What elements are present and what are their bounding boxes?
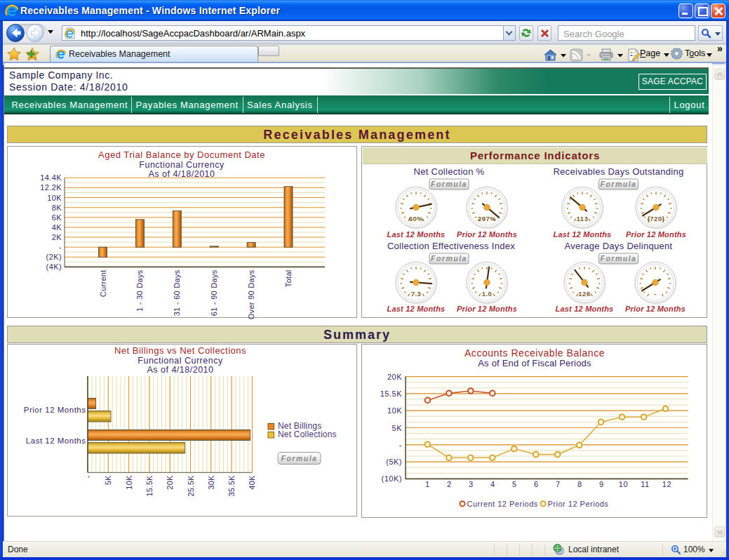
svg-text:(5K): (5K) (386, 458, 402, 466)
svg-text:5: 5 (512, 480, 517, 488)
svg-text:Functional Currency: Functional Currency (139, 160, 225, 170)
svg-text:Last 12 Months: Last 12 Months (556, 305, 614, 313)
svg-text:1 - 30 Days: 1 - 30 Days (135, 269, 144, 312)
svg-text:4: 4 (490, 480, 495, 488)
svg-text:4K: 4K (52, 223, 62, 232)
svg-text:15.5K: 15.5K (380, 389, 402, 398)
svg-text:Collection Effectiveness Index: Collection Effectiveness Index (387, 241, 515, 251)
svg-text:12.2K: 12.2K (40, 183, 62, 192)
svg-text:Net Collection %: Net Collection % (414, 166, 485, 177)
svg-text:Prior 12 Months: Prior 12 Months (625, 305, 685, 313)
svg-text:Prior 12 Months: Prior 12 Months (626, 230, 686, 239)
svg-text:2K: 2K (52, 233, 62, 241)
svg-text:8: 8 (577, 480, 582, 488)
svg-text:Prior 12 Periods: Prior 12 Periods (548, 500, 609, 508)
svg-text:1: 1 (425, 480, 430, 488)
svg-text:Last 12 Months: Last 12 Months (387, 230, 446, 239)
svg-text:113: 113 (577, 215, 589, 222)
svg-text:60%: 60% (409, 215, 424, 222)
svg-text:Current: Current (99, 269, 107, 297)
svg-text:10K: 10K (125, 475, 133, 490)
svg-text:5K: 5K (104, 475, 112, 485)
svg-text:297%: 297% (478, 215, 496, 222)
svg-text:7: 7 (556, 480, 561, 488)
svg-text:35.5K: 35.5K (227, 475, 236, 497)
svg-text:31 - 60 Days: 31 - 60 Days (173, 269, 181, 316)
svg-text:(720): (720) (648, 215, 665, 222)
svg-text:Last 12 Months: Last 12 Months (26, 436, 86, 445)
svg-text:20K: 20K (387, 373, 402, 381)
svg-text:40K: 40K (248, 475, 256, 490)
svg-text:10K: 10K (47, 194, 62, 202)
svg-text:(2K): (2K) (46, 253, 62, 261)
svg-text:Last 12 Months: Last 12 Months (554, 230, 612, 239)
svg-text:Formula: Formula (431, 254, 467, 262)
svg-text:Net Collections: Net Collections (278, 429, 337, 439)
svg-text:6K: 6K (52, 213, 62, 222)
svg-text:Aged Trial Balance by Document: Aged Trial Balance by Document Date (98, 149, 265, 160)
svg-text:10K: 10K (387, 406, 402, 415)
svg-text:Current 12 Periods: Current 12 Periods (467, 500, 538, 508)
svg-text:14.4K: 14.4K (40, 173, 62, 182)
svg-text:2: 2 (447, 480, 452, 488)
svg-text:Functional Currency: Functional Currency (138, 356, 223, 366)
svg-text:10: 10 (619, 480, 628, 488)
svg-text:61 - 90 Days: 61 - 90 Days (210, 269, 218, 316)
svg-text:7.3: 7.3 (411, 290, 422, 298)
svg-text:20K: 20K (166, 475, 174, 490)
svg-text:9: 9 (599, 480, 604, 488)
svg-text:-: - (399, 441, 402, 449)
svg-text:Formula: Formula (281, 454, 318, 462)
svg-text:As of 4/18/2010: As of 4/18/2010 (147, 365, 213, 375)
svg-text:Prior 12 Months: Prior 12 Months (457, 305, 517, 313)
svg-text:Net Billings vs Net Collection: Net Billings vs Net Collections (114, 345, 246, 356)
svg-text:3: 3 (469, 480, 474, 488)
svg-text:30K: 30K (207, 475, 215, 490)
svg-text:6: 6 (534, 480, 539, 488)
svg-text:As of End of Fiscal Periods: As of End of Fiscal Periods (478, 358, 591, 368)
svg-text:Last 12 Months: Last 12 Months (387, 305, 446, 313)
svg-text:-: - (83, 475, 92, 478)
svg-text:Average Days Delinquent: Average Days Delinquent (564, 241, 672, 251)
svg-text:-: - (654, 290, 657, 298)
svg-text:Prior 12 Months: Prior 12 Months (24, 406, 86, 414)
svg-text:-: - (59, 243, 62, 251)
svg-text:Formula: Formula (601, 180, 637, 188)
svg-text:5K: 5K (392, 424, 403, 432)
svg-text:(10K): (10K) (382, 474, 402, 483)
svg-text:12: 12 (662, 480, 671, 488)
svg-text:11: 11 (641, 480, 649, 488)
svg-text:Formula: Formula (431, 180, 467, 188)
svg-text:15.5K: 15.5K (145, 475, 154, 497)
svg-text:8K: 8K (52, 204, 62, 212)
svg-text:(4K): (4K) (46, 262, 62, 271)
svg-text:Over 90 Days: Over 90 Days (247, 269, 255, 319)
svg-text:25.5K: 25.5K (187, 475, 195, 497)
svg-text:Formula: Formula (601, 254, 637, 262)
svg-text:Receivables Days Outstanding: Receivables Days Outstanding (553, 166, 683, 177)
svg-text:Total: Total (284, 269, 293, 287)
svg-text:1.0: 1.0 (482, 290, 493, 298)
svg-text:Prior 12 Months: Prior 12 Months (457, 230, 517, 239)
svg-text:126: 126 (578, 290, 590, 298)
